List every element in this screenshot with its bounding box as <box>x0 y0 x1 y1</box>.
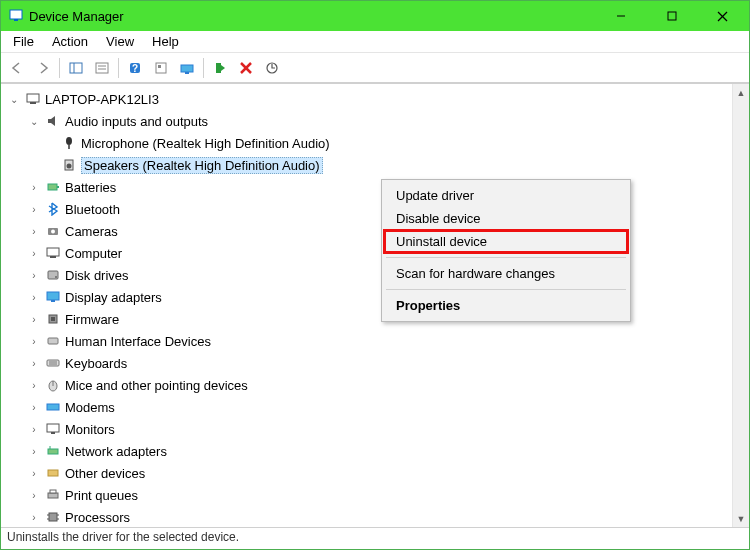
update-driver-button[interactable] <box>260 56 284 80</box>
help-button[interactable]: ? <box>123 56 147 80</box>
show-hide-console-tree-button[interactable] <box>64 56 88 80</box>
root-label: LAPTOP-APK12LI3 <box>45 92 159 107</box>
svg-rect-52 <box>50 490 56 493</box>
ctx-properties[interactable]: Properties <box>384 294 628 317</box>
chevron-right-icon[interactable]: › <box>27 270 41 281</box>
category-label: Network adapters <box>65 444 167 459</box>
toolbar-separator <box>59 58 60 78</box>
tree-category-audio[interactable]: ⌄ Audio inputs and outputs <box>3 110 730 132</box>
tree-category[interactable]: ›Monitors <box>3 418 730 440</box>
scroll-down-arrow-icon[interactable]: ▼ <box>733 510 749 527</box>
chevron-right-icon[interactable]: › <box>27 292 41 303</box>
chevron-right-icon[interactable]: › <box>27 226 41 237</box>
category-label: Bluetooth <box>65 202 120 217</box>
ctx-update-driver[interactable]: Update driver <box>384 184 628 207</box>
bluetooth-icon <box>45 201 61 217</box>
svg-rect-47 <box>51 432 55 434</box>
ctx-scan-hardware[interactable]: Scan for hardware changes <box>384 262 628 285</box>
ctx-separator <box>386 257 626 258</box>
tree-category[interactable]: ›Mice and other pointing devices <box>3 374 730 396</box>
svg-rect-15 <box>181 65 193 72</box>
category-label: Monitors <box>65 422 115 437</box>
category-label: Processors <box>65 510 130 525</box>
chevron-right-icon[interactable]: › <box>27 490 41 501</box>
chevron-right-icon[interactable]: › <box>27 248 41 259</box>
uninstall-device-button[interactable] <box>234 56 258 80</box>
scroll-up-arrow-icon[interactable]: ▲ <box>733 84 749 101</box>
svg-rect-6 <box>70 63 82 73</box>
svg-point-34 <box>55 276 57 278</box>
minimize-button[interactable] <box>598 2 643 30</box>
chevron-right-icon[interactable]: › <box>27 358 41 369</box>
disk-icon <box>45 267 61 283</box>
enable-device-button[interactable] <box>208 56 232 80</box>
menu-file[interactable]: File <box>5 32 42 51</box>
status-text: Uninstalls the driver for the selected d… <box>7 530 239 544</box>
device-label: Microphone (Realtek High Definition Audi… <box>81 136 330 151</box>
scan-hardware-button[interactable] <box>175 56 199 80</box>
ctx-uninstall-device[interactable]: Uninstall device <box>384 230 628 253</box>
category-label: Modems <box>65 400 115 415</box>
tree-category[interactable]: ›Print queues <box>3 484 730 506</box>
category-label: Audio inputs and outputs <box>65 114 208 129</box>
chevron-right-icon[interactable]: › <box>27 402 41 413</box>
svg-rect-32 <box>50 256 56 258</box>
content-area: ⌄ LAPTOP-APK12LI3 ⌄ Audio inputs and out… <box>1 83 749 527</box>
monitor-icon <box>45 421 61 437</box>
tree-category[interactable]: ›Other devices <box>3 462 730 484</box>
chevron-down-icon[interactable]: ⌄ <box>7 94 21 105</box>
svg-rect-27 <box>48 184 57 190</box>
toolbar-separator <box>118 58 119 78</box>
close-button[interactable] <box>700 2 745 30</box>
chevron-right-icon[interactable]: › <box>27 314 41 325</box>
tree-category[interactable]: ›Modems <box>3 396 730 418</box>
svg-rect-3 <box>668 12 676 20</box>
tree-root[interactable]: ⌄ LAPTOP-APK12LI3 <box>3 88 730 110</box>
printer-icon <box>45 487 61 503</box>
category-label: Mice and other pointing devices <box>65 378 248 393</box>
maximize-button[interactable] <box>649 2 694 30</box>
menu-action[interactable]: Action <box>44 32 96 51</box>
svg-rect-1 <box>14 19 18 21</box>
svg-rect-14 <box>158 65 161 68</box>
ctx-disable-device[interactable]: Disable device <box>384 207 628 230</box>
tree-device-speakers[interactable]: Speakers (Realtek High Definition Audio) <box>3 154 730 176</box>
category-label: Human Interface Devices <box>65 334 211 349</box>
processor-icon <box>45 509 61 525</box>
chevron-right-icon[interactable]: › <box>27 380 41 391</box>
tree-category[interactable]: ›Network adapters <box>3 440 730 462</box>
forward-button[interactable] <box>31 56 55 80</box>
chevron-right-icon[interactable]: › <box>27 336 41 347</box>
properties-button[interactable] <box>90 56 114 80</box>
chevron-right-icon[interactable]: › <box>27 182 41 193</box>
chevron-right-icon[interactable]: › <box>27 512 41 523</box>
computer-icon <box>25 91 41 107</box>
battery-icon <box>45 179 61 195</box>
category-label: Cameras <box>65 224 118 239</box>
tree-category[interactable]: ›Keyboards <box>3 352 730 374</box>
svg-rect-38 <box>51 317 55 321</box>
keyboard-icon <box>45 355 61 371</box>
chevron-down-icon[interactable]: ⌄ <box>27 116 41 127</box>
toolbar-separator <box>203 58 204 78</box>
chevron-right-icon[interactable]: › <box>27 204 41 215</box>
category-label: Other devices <box>65 466 145 481</box>
svg-rect-46 <box>47 424 59 432</box>
modem-icon <box>45 399 61 415</box>
context-menu: Update driver Disable device Uninstall d… <box>381 179 631 322</box>
vertical-scrollbar[interactable]: ▲ ▼ <box>732 84 749 527</box>
category-label: Computer <box>65 246 122 261</box>
menu-help[interactable]: Help <box>144 32 187 51</box>
category-label: Display adapters <box>65 290 162 305</box>
chevron-right-icon[interactable]: › <box>27 446 41 457</box>
chevron-right-icon[interactable]: › <box>27 468 41 479</box>
action-icon-button[interactable] <box>149 56 173 80</box>
tree-category[interactable]: ›Human Interface Devices <box>3 330 730 352</box>
hid-icon <box>45 333 61 349</box>
tree-device-microphone[interactable]: Microphone (Realtek High Definition Audi… <box>3 132 730 154</box>
tree-category[interactable]: ›Processors <box>3 506 730 527</box>
svg-rect-31 <box>47 248 59 256</box>
chevron-right-icon[interactable]: › <box>27 424 41 435</box>
menu-view[interactable]: View <box>98 32 142 51</box>
back-button[interactable] <box>5 56 29 80</box>
